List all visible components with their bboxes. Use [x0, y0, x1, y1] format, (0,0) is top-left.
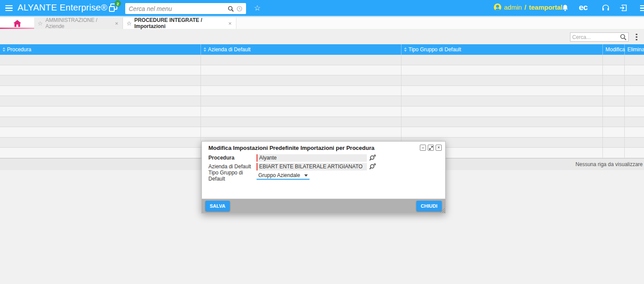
more-menu-icon[interactable]	[640, 5, 644, 11]
ec-logo[interactable]: ec	[579, 3, 588, 12]
column-label: Tipo Gruppo di Default	[408, 46, 461, 53]
sort-icon	[204, 47, 206, 52]
grid-search-input[interactable]	[572, 34, 620, 40]
modal-title: Modifica Impostazioni Predefinite Import…	[208, 145, 374, 151]
save-button[interactable]: SALVA	[205, 201, 230, 211]
column-header-modifica: Modifica	[602, 44, 624, 55]
table-row	[0, 86, 644, 96]
modal-body: Procedura Azienda di Default Tipo Gruppo	[208, 154, 439, 181]
column-header-procedura[interactable]: Procedura	[0, 44, 201, 55]
table-row	[0, 75, 644, 86]
open-windows-badge: 2	[115, 0, 121, 7]
favorites-star-icon[interactable]: ☆	[254, 4, 260, 13]
lookup-icon[interactable]	[369, 163, 376, 170]
procedura-input[interactable]	[257, 155, 367, 161]
tab-label: PROCEDURE INTEGRATE / Importazioni	[134, 17, 225, 29]
tab-close-icon[interactable]: ×	[227, 20, 232, 27]
field-label-tipo-gruppo-default: Tipo Gruppo di Default	[208, 170, 257, 182]
column-header-tipo-gruppo-default[interactable]: Tipo Gruppo di Default	[401, 44, 602, 55]
main-menu-icon[interactable]	[5, 5, 13, 11]
table-row	[0, 117, 644, 128]
close-button[interactable]: CHIUDI	[416, 201, 442, 211]
tipo-gruppo-default-select[interactable]: Gruppo Aziendale	[257, 172, 310, 180]
logout-icon[interactable]	[619, 4, 627, 12]
tab-bar: ☆ AMMINISTRAZIONE / Aziende × ☆ PROCEDUR…	[0, 18, 644, 29]
grid-header-row: Procedura Azienda di Default Tipo Gruppo…	[0, 44, 644, 55]
sort-icon	[3, 47, 5, 52]
support-headset-icon[interactable]	[602, 4, 610, 12]
maximize-button[interactable]	[428, 145, 434, 151]
search-icon[interactable]	[228, 6, 234, 12]
field-label-procedura: Procedura	[208, 155, 257, 161]
table-row	[0, 106, 644, 117]
table-row	[0, 65, 644, 76]
column-header-azienda-default[interactable]: Azienda di Default	[201, 44, 401, 55]
app-window: ALYANTE Enterprise® 2 ☆ admin / teamport…	[0, 0, 644, 284]
tab-close-icon[interactable]: ×	[114, 20, 119, 27]
user-separator: /	[524, 4, 526, 11]
column-label: Modifica	[605, 46, 625, 53]
menu-search-box	[125, 3, 246, 14]
tab-procedure-integrate-importazioni[interactable]: ☆ PROCEDURE INTEGRATE / Importazioni ×	[123, 18, 236, 29]
modal-footer: SALVA CHIUDI	[202, 199, 445, 213]
procedura-field	[257, 154, 367, 162]
grid-search-box	[570, 32, 629, 42]
column-separator	[201, 55, 201, 158]
tab-label: AMMINISTRAZIONE / Aziende	[46, 17, 112, 29]
history-clock-icon[interactable]	[236, 6, 243, 12]
field-label-azienda-default: Azienda di Default	[208, 163, 257, 170]
modal-window-controls: – ×	[420, 145, 442, 151]
empty-grid-message: Nessuna riga da visualizzare	[576, 161, 643, 167]
menu-search-input[interactable]	[129, 5, 228, 12]
tab-amministrazione-aziende[interactable]: ☆ AMMINISTRAZIONE / Aziende ×	[34, 18, 123, 29]
home-icon	[13, 20, 21, 27]
modal-impostazioni-importazioni: Modifica Impostazioni Predefinite Import…	[201, 141, 446, 213]
notifications-bell-icon[interactable]	[561, 4, 569, 12]
top-bar: ALYANTE Enterprise® 2 ☆ admin / teamport…	[0, 0, 644, 17]
column-separator	[602, 55, 603, 158]
grid-search-icon[interactable]	[620, 34, 626, 40]
close-icon[interactable]: ×	[436, 145, 442, 151]
user-avatar-icon	[494, 4, 501, 11]
column-header-elimina: Elimina	[624, 44, 644, 55]
tab-home[interactable]	[0, 18, 34, 29]
sort-icon	[404, 47, 407, 52]
tab-star-icon[interactable]: ☆	[127, 20, 132, 27]
user-name: admin	[504, 4, 522, 11]
lookup-icon[interactable]	[369, 154, 376, 161]
tab-star-icon[interactable]: ☆	[38, 20, 43, 27]
table-row	[0, 96, 644, 106]
table-row	[0, 55, 644, 65]
minimize-button[interactable]: –	[420, 145, 426, 151]
table-row	[0, 127, 644, 138]
column-label: Procedura	[7, 46, 31, 53]
user-menu[interactable]: admin / teamportal	[494, 4, 563, 11]
chevron-down-icon	[304, 174, 308, 177]
azienda-default-input[interactable]	[257, 163, 367, 170]
grid-toolbar	[0, 29, 644, 44]
app-title: ALYANTE Enterprise®	[18, 3, 107, 13]
grid-options-kebab-icon[interactable]	[634, 32, 639, 42]
user-tenant: teamportal	[529, 4, 563, 11]
select-value: Gruppo Aziendale	[258, 172, 300, 178]
azienda-default-field	[257, 163, 367, 170]
column-label: Azienda di Default	[208, 46, 250, 53]
column-separator	[624, 55, 625, 158]
column-label: Elimina	[627, 46, 644, 53]
